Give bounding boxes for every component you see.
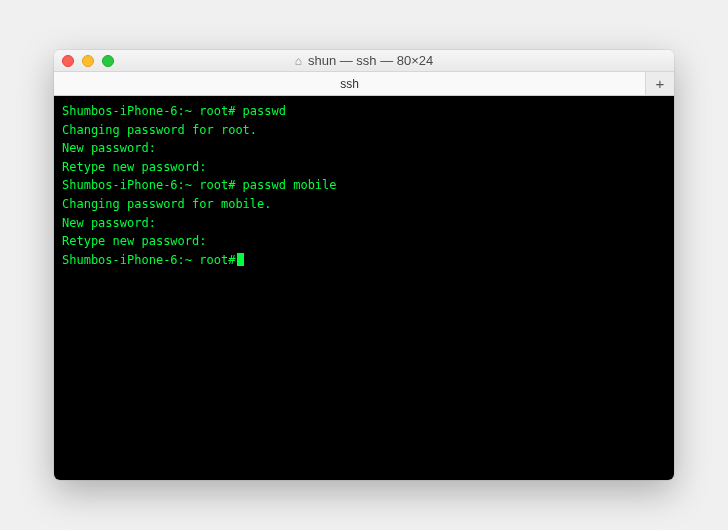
maximize-icon[interactable] [102, 55, 114, 67]
terminal-line: Shumbos-iPhone-6:~ root# passwd mobile [62, 176, 666, 195]
home-icon: ⌂ [295, 54, 302, 68]
close-icon[interactable] [62, 55, 74, 67]
terminal-prompt: Shumbos-iPhone-6:~ root# [62, 253, 235, 267]
terminal-line: New password: [62, 139, 666, 158]
terminal-line: Retype new password: [62, 158, 666, 177]
titlebar[interactable]: ⌂ shun — ssh — 80×24 [54, 50, 674, 72]
new-tab-button[interactable]: + [646, 72, 674, 95]
terminal-prompt-line: Shumbos-iPhone-6:~ root# [62, 251, 666, 270]
terminal-window: ⌂ shun — ssh — 80×24 ssh + Shumbos-iPhon… [54, 50, 674, 480]
window-controls [62, 55, 114, 67]
terminal-line: Shumbos-iPhone-6:~ root# passwd [62, 102, 666, 121]
tab-ssh[interactable]: ssh [54, 72, 646, 95]
terminal-area[interactable]: Shumbos-iPhone-6:~ root# passwd Changing… [54, 96, 674, 480]
tab-bar: ssh + [54, 72, 674, 96]
terminal-line: Changing password for mobile. [62, 195, 666, 214]
tab-label: ssh [340, 77, 359, 91]
plus-icon: + [656, 75, 665, 92]
minimize-icon[interactable] [82, 55, 94, 67]
terminal-line: New password: [62, 214, 666, 233]
cursor-icon [237, 253, 244, 266]
terminal-line: Retype new password: [62, 232, 666, 251]
window-title: ⌂ shun — ssh — 80×24 [54, 53, 674, 68]
terminal-line: Changing password for root. [62, 121, 666, 140]
window-title-text: shun — ssh — 80×24 [308, 53, 433, 68]
